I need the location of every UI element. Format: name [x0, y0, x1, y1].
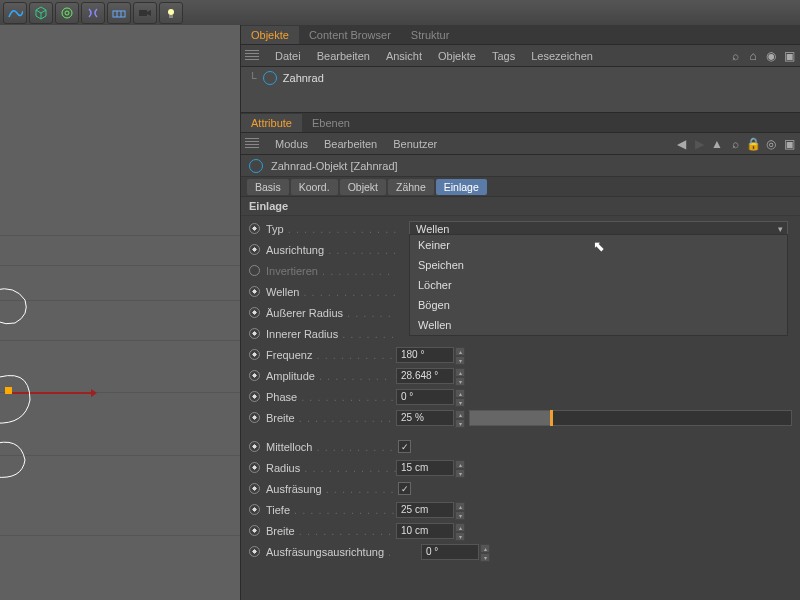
dd-loecher[interactable]: Löcher	[410, 275, 787, 295]
nav-up-icon[interactable]: ▲	[710, 137, 724, 151]
dd-speichen[interactable]: Speichen	[410, 255, 787, 275]
spinner[interactable]: ▴▾	[455, 502, 465, 518]
prop-label: Wellen	[266, 286, 299, 298]
dd-boegen[interactable]: Bögen	[410, 295, 787, 315]
viewport-3d[interactable]	[0, 25, 241, 600]
subtab-koord[interactable]: Koord.	[291, 179, 338, 195]
maximize-icon[interactable]: ▣	[782, 49, 796, 63]
mittelloch-checkbox[interactable]: ✓	[398, 440, 411, 453]
menu-datei[interactable]: Datei	[267, 50, 309, 62]
ausfraesung-checkbox[interactable]: ✓	[398, 482, 411, 495]
search-icon[interactable]: ⌕	[728, 137, 742, 151]
tab-ebenen[interactable]: Ebenen	[302, 114, 360, 132]
nav-fwd-icon[interactable]: ▶	[692, 137, 706, 151]
anim-toggle[interactable]	[249, 244, 260, 255]
anim-toggle[interactable]	[249, 462, 260, 473]
menu-benutzer[interactable]: Benutzer	[385, 138, 445, 150]
subtab-objekt[interactable]: Objekt	[340, 179, 386, 195]
anim-toggle[interactable]	[249, 391, 260, 402]
property-list: Typ . . . . . . . . . . . . . . . Wellen…	[241, 216, 800, 564]
tool-spline-icon[interactable]	[3, 2, 27, 24]
tab-struktur[interactable]: Struktur	[401, 26, 460, 44]
object-header: Zahnrad-Objekt [Zahnrad]	[241, 155, 800, 177]
prop-label: Breite	[266, 525, 295, 537]
object-title: Zahnrad-Objekt [Zahnrad]	[271, 160, 398, 172]
tool-deformer-icon[interactable]	[81, 2, 105, 24]
home-icon[interactable]: ⌂	[746, 49, 760, 63]
prop-label: Phase	[266, 391, 297, 403]
menu-ansicht[interactable]: Ansicht	[378, 50, 430, 62]
tree-item-zahnrad[interactable]: └ Zahnrad ✓	[249, 71, 792, 85]
dd-keiner[interactable]: Keiner	[410, 235, 787, 255]
tool-cube-icon[interactable]	[29, 2, 53, 24]
subtab-zaehne[interactable]: Zähne	[388, 179, 434, 195]
object-tree[interactable]: └ Zahnrad ✓	[241, 67, 800, 113]
breite-input[interactable]	[396, 410, 454, 426]
prop-label: Ausfräsung	[266, 483, 322, 495]
anim-toggle[interactable]	[249, 307, 260, 318]
tool-camera-icon[interactable]	[133, 2, 157, 24]
subtab-einlage[interactable]: Einlage	[436, 179, 487, 195]
prop-label: Tiefe	[266, 504, 290, 516]
anim-toggle[interactable]	[249, 525, 260, 536]
anim-toggle[interactable]	[249, 223, 260, 234]
tab-content-browser[interactable]: Content Browser	[299, 26, 401, 44]
radius-input[interactable]	[396, 460, 454, 476]
subtab-basis[interactable]: Basis	[247, 179, 289, 195]
anim-toggle[interactable]	[249, 349, 260, 360]
menu-bearbeiten2[interactable]: Bearbeiten	[316, 138, 385, 150]
eye-icon[interactable]: ◉	[764, 49, 778, 63]
prop-label: Äußerer Radius	[266, 307, 343, 319]
menu-bearbeiten[interactable]: Bearbeiten	[309, 50, 378, 62]
menu-lesezeichen[interactable]: Lesezeichen	[523, 50, 601, 62]
spinner[interactable]: ▴▾	[455, 523, 465, 539]
anim-toggle[interactable]	[249, 546, 260, 557]
search-icon[interactable]: ⌕	[728, 49, 742, 63]
spinner[interactable]: ▴▾	[455, 389, 465, 405]
tab-attribute[interactable]: Attribute	[241, 114, 302, 132]
tool-generator-icon[interactable]	[55, 2, 79, 24]
attr-menu: Modus Bearbeiten Benutzer ◀ ▶ ▲ ⌕ 🔒 ◎ ▣	[241, 133, 800, 155]
object-manager-menu: Datei Bearbeiten Ansicht Objekte Tags Le…	[241, 45, 800, 67]
spinner[interactable]: ▴▾	[455, 460, 465, 476]
attribute-subtabs: Basis Koord. Objekt Zähne Einlage	[241, 177, 800, 197]
phase-input[interactable]	[396, 389, 454, 405]
spinner[interactable]: ▴▾	[455, 368, 465, 384]
ausfr-ausr-input[interactable]	[421, 544, 479, 560]
spinner[interactable]: ▴▾	[455, 347, 465, 363]
nav-back-icon[interactable]: ◀	[674, 137, 688, 151]
tool-floor-icon[interactable]	[107, 2, 131, 24]
anim-toggle[interactable]	[249, 412, 260, 423]
menu-tags[interactable]: Tags	[484, 50, 523, 62]
amplitude-input[interactable]	[396, 368, 454, 384]
anim-toggle[interactable]	[249, 370, 260, 381]
target-icon[interactable]: ◎	[764, 137, 778, 151]
tab-objekte[interactable]: Objekte	[241, 26, 299, 44]
breite2-input[interactable]	[396, 523, 454, 539]
hamburger-icon[interactable]	[245, 138, 259, 150]
svg-rect-5	[139, 10, 147, 16]
spinner[interactable]: ▴▾	[480, 544, 490, 560]
prop-typ: Typ . . . . . . . . . . . . . . . Wellen…	[249, 218, 792, 239]
frequenz-input[interactable]	[396, 347, 454, 363]
menu-objekte[interactable]: Objekte	[430, 50, 484, 62]
spinner[interactable]: ▴▾	[455, 410, 465, 426]
prop-label: Amplitude	[266, 370, 315, 382]
tool-light-icon[interactable]	[159, 2, 183, 24]
prop-label: Radius	[266, 462, 300, 474]
tiefe-input[interactable]	[396, 502, 454, 518]
anim-toggle[interactable]	[249, 328, 260, 339]
svg-rect-7	[169, 15, 173, 18]
anim-toggle[interactable]	[249, 504, 260, 515]
lock-icon[interactable]: 🔒	[746, 137, 760, 151]
anim-toggle[interactable]	[249, 441, 260, 452]
top-tab-row: Objekte Content Browser Struktur	[241, 25, 800, 45]
menu-modus[interactable]: Modus	[267, 138, 316, 150]
anim-toggle[interactable]	[249, 286, 260, 297]
anim-toggle[interactable]	[249, 483, 260, 494]
hamburger-icon[interactable]	[245, 50, 259, 62]
dd-wellen[interactable]: Wellen	[410, 315, 787, 335]
anim-toggle[interactable]	[249, 265, 260, 276]
breite-slider[interactable]	[469, 410, 792, 426]
maximize-icon[interactable]: ▣	[782, 137, 796, 151]
